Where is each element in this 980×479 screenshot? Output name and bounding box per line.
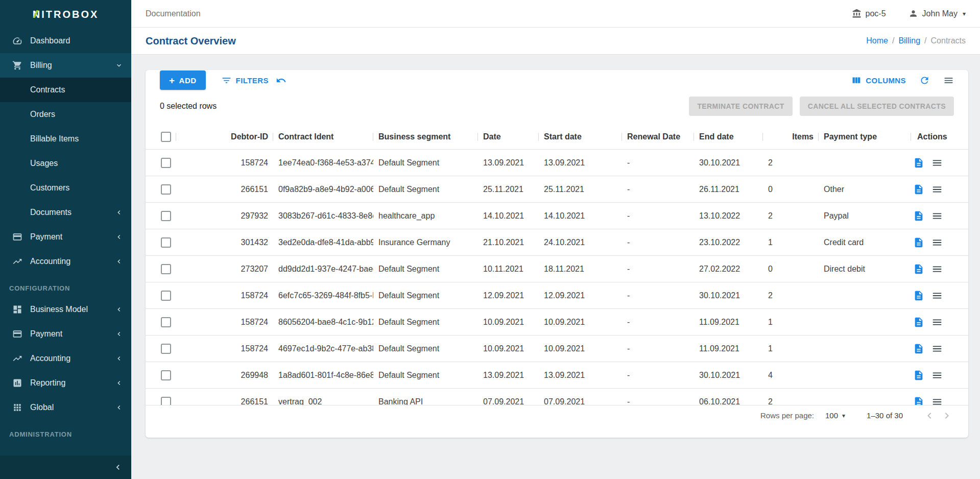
sidebar-item-documents[interactable]: Documents	[0, 200, 131, 225]
document-icon[interactable]	[913, 184, 924, 195]
cell-contract-ident: 6efc7c65-3269-484f-8fb5-b	[273, 282, 373, 308]
cell-start-date: 13.09.2021	[539, 362, 622, 388]
column-header-payment-type[interactable]: Payment type	[819, 124, 911, 149]
sidebar-item-label: Billing	[30, 61, 52, 70]
sidebar-item-contracts[interactable]: Contracts	[0, 78, 131, 102]
sidebar-item-accounting[interactable]: Accounting	[0, 249, 131, 274]
logo[interactable]: NITROBOX	[0, 0, 131, 29]
sidebar-item-payment[interactable]: Payment	[0, 322, 131, 346]
cell-items: 2	[763, 150, 819, 176]
topbar-right: poc-5 John May ▾	[852, 9, 966, 18]
sidebar-item-billing[interactable]: Billing	[0, 53, 131, 78]
table-row[interactable]: 266151vertrag_002Banking API07.09.202107…	[146, 389, 968, 405]
document-icon[interactable]	[913, 317, 924, 328]
select-all-checkbox[interactable]	[161, 132, 171, 142]
row-checkbox[interactable]	[161, 370, 171, 380]
document-icon[interactable]	[913, 396, 924, 405]
table-row[interactable]: 2661510f9a82b9-a8e9-4b92-a006-Default Se…	[146, 176, 968, 203]
row-menu-icon[interactable]	[931, 317, 943, 328]
cell-business-segment: Default Segment	[373, 336, 478, 362]
table-row[interactable]: 1587244697ec1d-9b2c-477e-ab38Default Seg…	[146, 336, 968, 362]
cancel-all-selected-button[interactable]: CANCEL ALL SELECTED CONTRACTS	[800, 97, 954, 116]
sidebar-item-business-model[interactable]: Business Model	[0, 297, 131, 322]
row-checkbox-cell	[146, 229, 176, 255]
column-header-renewal-date[interactable]: Renewal Date	[622, 124, 694, 149]
column-header-end-date[interactable]: End date	[694, 124, 763, 149]
documentation-link[interactable]: Documentation	[146, 9, 201, 18]
row-menu-icon[interactable]	[931, 370, 943, 381]
document-icon[interactable]	[913, 264, 924, 275]
refresh-icon[interactable]	[919, 75, 930, 86]
table-row[interactable]: 15872486056204-bae8-4c1c-9b12Default Seg…	[146, 309, 968, 336]
add-button[interactable]: + ADD	[160, 70, 206, 90]
sidebar-collapse-button[interactable]	[113, 462, 123, 472]
row-checkbox[interactable]	[161, 291, 171, 301]
row-menu-icon[interactable]	[931, 184, 943, 195]
table-row[interactable]: 3014323ed2e0da-dfe8-41da-abb9-Insurance …	[146, 229, 968, 256]
column-header-start-date[interactable]: Start date	[539, 124, 622, 149]
breadcrumb-home[interactable]: Home	[866, 36, 888, 45]
row-menu-icon[interactable]	[931, 290, 943, 301]
undo-icon[interactable]	[276, 75, 286, 86]
sidebar-item-accounting[interactable]: Accounting	[0, 346, 131, 371]
row-menu-icon[interactable]	[931, 343, 943, 354]
row-menu-icon[interactable]	[931, 264, 943, 275]
row-checkbox[interactable]	[161, 317, 171, 327]
row-checkbox[interactable]	[161, 158, 171, 168]
document-icon[interactable]	[913, 210, 924, 222]
next-page-button[interactable]	[941, 410, 953, 422]
row-menu-icon[interactable]	[931, 210, 943, 222]
document-icon[interactable]	[913, 237, 924, 248]
cell-business-segment: Default Segment	[373, 362, 478, 388]
sidebar-item-payment[interactable]: Payment	[0, 225, 131, 249]
column-header-items[interactable]: Items	[763, 124, 819, 149]
document-icon[interactable]	[913, 290, 924, 301]
workspace-selector[interactable]: poc-5	[852, 9, 886, 18]
row-checkbox[interactable]	[161, 184, 171, 195]
cell-business-segment: Default Segment	[373, 256, 478, 282]
breadcrumb-billing[interactable]: Billing	[898, 36, 920, 45]
row-checkbox[interactable]	[161, 211, 171, 221]
row-checkbox[interactable]	[161, 264, 171, 274]
sidebar-item-orders[interactable]: Orders	[0, 102, 131, 127]
column-header-debtor-id[interactable]: Debtor-ID	[176, 124, 273, 149]
sidebar-item-usages[interactable]: Usages	[0, 151, 131, 176]
terminate-contract-button[interactable]: TERMINATE CONTRACT	[689, 97, 792, 116]
rows-per-page-select[interactable]: 100 ▾	[825, 411, 845, 420]
document-icon[interactable]	[913, 157, 924, 169]
column-header-business-segment[interactable]: Business segment	[373, 124, 478, 149]
filters-button[interactable]: FILTERS	[221, 75, 269, 86]
table-row[interactable]: 1587246efc7c65-3269-484f-8fb5-bDefault S…	[146, 282, 968, 309]
selection-actions: TERMINATE CONTRACT CANCEL ALL SELECTED C…	[689, 97, 954, 116]
sidebar-item-billable-items[interactable]: Billable Items	[0, 127, 131, 151]
sidebar-item-dashboard[interactable]: Dashboard	[0, 29, 131, 53]
previous-page-button[interactable]	[923, 410, 936, 422]
columns-button[interactable]: COLUMNS	[851, 75, 906, 86]
column-header-contract-ident[interactable]: Contract Ident	[273, 124, 373, 149]
density-icon[interactable]	[943, 75, 954, 86]
row-checkbox[interactable]	[161, 397, 171, 405]
cell-debtor-id: 158724	[176, 282, 273, 308]
table-row[interactable]: 2979323083b267-d61c-4833-8e8chealthcare_…	[146, 203, 968, 229]
row-checkbox[interactable]	[161, 237, 171, 248]
document-icon[interactable]	[913, 370, 924, 381]
row-menu-icon[interactable]	[931, 237, 943, 248]
table-row[interactable]: 273207dd9dd2d1-937e-4247-baeeDefault Seg…	[146, 256, 968, 282]
row-menu-icon[interactable]	[931, 396, 943, 405]
table-row[interactable]: 1587241ee74ea0-f368-4e53-a374-Default Se…	[146, 150, 968, 176]
user-menu[interactable]: John May ▾	[909, 9, 966, 18]
table-row[interactable]: 2699481a8ad601-801f-4c8e-86e8-Default Se…	[146, 362, 968, 389]
cell-renewal-date: -	[622, 150, 694, 176]
row-menu-icon[interactable]	[931, 157, 943, 169]
row-checkbox[interactable]	[161, 344, 171, 354]
sidebar-section-configuration: CONFIGURATION	[0, 274, 131, 297]
cell-business-segment: Insurance Germany	[373, 229, 478, 255]
sidebar-item-reporting[interactable]: Reporting	[0, 371, 131, 395]
cell-end-date: 30.10.2021	[694, 282, 763, 308]
column-header-date[interactable]: Date	[478, 124, 539, 149]
sidebar-item-global[interactable]: Global	[0, 395, 131, 420]
sidebar-item-customers[interactable]: Customers	[0, 176, 131, 200]
document-icon[interactable]	[913, 343, 924, 354]
row-checkbox-cell	[146, 362, 176, 388]
board-icon	[12, 304, 22, 315]
